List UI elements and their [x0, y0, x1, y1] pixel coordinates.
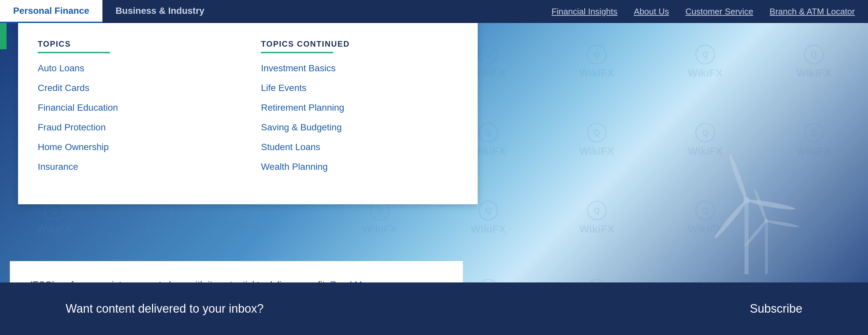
wikifx-cell-8: Q WikiFX — [760, 23, 868, 101]
wikifx-cell-6: Q WikiFX — [542, 23, 651, 101]
menu-item-life-events[interactable]: Life Events — [261, 83, 458, 93]
subscribe-button[interactable]: Subscribe — [750, 302, 802, 316]
svg-rect-0 — [745, 200, 749, 274]
menu-item-investment-basics[interactable]: Investment Basics — [261, 63, 458, 73]
menu-item-auto-loans[interactable]: Auto Loans — [38, 63, 235, 73]
svg-point-8 — [765, 219, 800, 228]
green-accent-bar — [0, 23, 6, 49]
link-branch-atm[interactable]: Branch & ATM Locator — [770, 6, 855, 17]
svg-rect-5 — [765, 221, 768, 275]
navbar: Personal Finance Business & Industry Fin… — [0, 0, 868, 23]
link-financial-insights[interactable]: Financial Insights — [552, 6, 618, 17]
menu-item-retirement-planning[interactable]: Retirement Planning — [261, 102, 458, 113]
menu-item-credit-cards[interactable]: Credit Cards — [38, 83, 235, 93]
menu-item-insurance[interactable]: Insurance — [38, 161, 235, 172]
topics-divider — [38, 52, 110, 53]
tab-personal-finance[interactable]: Personal Finance — [0, 0, 102, 23]
link-customer-service[interactable]: Customer Service — [685, 6, 753, 17]
bottom-prompt: Want content delivered to your inbox? — [66, 302, 264, 316]
wikifx-cell-7: Q WikiFX — [651, 23, 760, 101]
topics-continued-header: TOPICS CONTINUED — [261, 39, 458, 49]
topics-header: TOPICS — [38, 39, 235, 49]
topics-column: TOPICS Auto Loans Credit Cards Financial… — [38, 39, 235, 181]
dropdown-menu: TOPICS Auto Loans Credit Cards Financial… — [18, 23, 478, 204]
menu-item-saving-budgeting[interactable]: Saving & Budgeting — [261, 122, 458, 133]
svg-point-3 — [746, 198, 796, 212]
wind-turbine-svg — [664, 118, 829, 282]
nav-links: Financial Insights About Us Customer Ser… — [552, 0, 868, 23]
wikifx-cell-22: Q WikiFX — [542, 179, 651, 257]
svg-point-4 — [713, 199, 748, 240]
nav-tabs: Personal Finance Business & Industry — [0, 0, 218, 23]
menu-item-wealth-planning[interactable]: Wealth Planning — [261, 161, 458, 172]
svg-point-2 — [727, 153, 749, 201]
menu-item-fraud-protection[interactable]: Fraud Protection — [38, 122, 235, 133]
menu-item-financial-education[interactable]: Financial Education — [38, 102, 235, 113]
dropdown-columns: TOPICS Auto Loans Credit Cards Financial… — [38, 39, 458, 181]
menu-item-home-ownership[interactable]: Home Ownership — [38, 142, 235, 152]
menu-item-student-loans[interactable]: Student Loans — [261, 142, 458, 152]
tab-business-industry[interactable]: Business & Industry — [102, 0, 218, 23]
topics-continued-column: TOPICS CONTINUED Investment Basics Life … — [261, 39, 458, 181]
bottom-bar: Want content delivered to your inbox? Su… — [0, 282, 868, 335]
link-about-us[interactable]: About Us — [634, 6, 669, 17]
wikifx-cell-14: Q WikiFX — [542, 101, 651, 179]
topics-continued-divider — [261, 52, 333, 53]
